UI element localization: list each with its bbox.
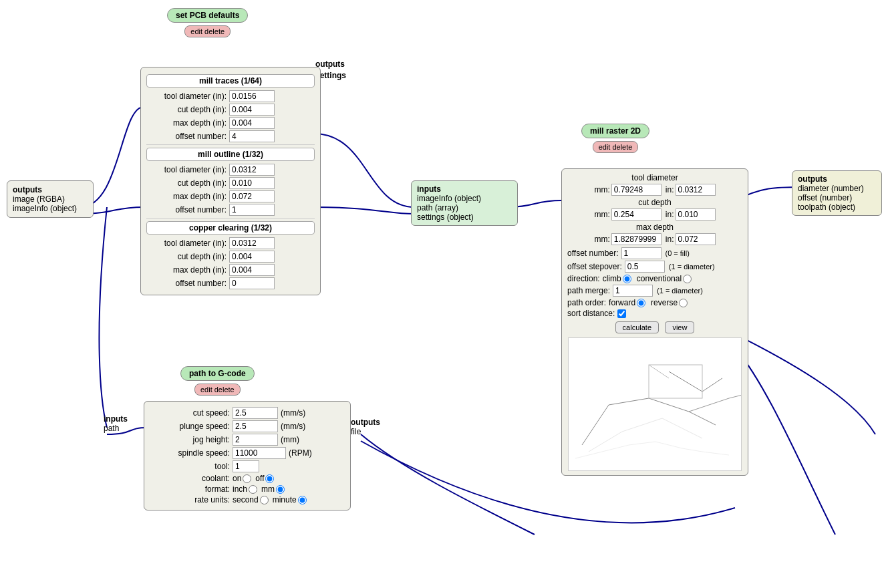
conventional-label: conventional xyxy=(637,274,682,283)
mr-mm-input[interactable] xyxy=(611,184,662,196)
mr-cut-mm-input[interactable] xyxy=(611,208,662,220)
set-pcb-defaults-edit-btn[interactable]: edit delete xyxy=(184,25,231,37)
mill-raster-header: mill raster 2D edit delete xyxy=(581,124,649,153)
mr-cut-in-input[interactable] xyxy=(676,208,716,220)
plunge-speed-label: plunge speed: xyxy=(150,422,230,431)
rate-minute-radio[interactable] xyxy=(298,496,307,504)
rate-second-radio[interactable] xyxy=(260,496,269,504)
right-outputs-label: outputs xyxy=(798,174,876,184)
mill-outline-td-input[interactable] xyxy=(229,164,275,176)
reverse-label: reverse xyxy=(651,298,678,307)
copper-cd-input[interactable] xyxy=(229,251,275,263)
forward-label: forward xyxy=(609,298,635,307)
format-label: format: xyxy=(150,484,230,494)
tool-input[interactable] xyxy=(233,460,259,472)
forward-radio[interactable] xyxy=(637,299,645,307)
mill-traces-td-input[interactable] xyxy=(229,90,275,102)
mr-max-mm-input[interactable] xyxy=(611,233,662,245)
mr-in-input[interactable] xyxy=(676,184,716,196)
calculate-btn[interactable]: calculate xyxy=(615,321,659,333)
inputs-line3: settings (object) xyxy=(417,212,512,222)
set-pcb-defaults-btn[interactable]: set PCB defaults xyxy=(167,8,248,23)
mill-traces-on-label: offset number: xyxy=(146,132,227,141)
path-gcode-node: cut speed: (mm/s) plunge speed: (mm/s) j… xyxy=(144,401,351,510)
coolant-label: coolant: xyxy=(150,474,230,483)
max-depth-header: max depth xyxy=(567,223,742,232)
copper-on-input[interactable] xyxy=(229,277,275,289)
mill-traces-md-input[interactable] xyxy=(229,117,275,129)
offset-fill-note: (0 = fill) xyxy=(666,249,690,257)
jog-height-input[interactable] xyxy=(233,434,278,446)
cut-speed-input[interactable] xyxy=(233,407,278,419)
left-outputs-line1: image (RGBA) xyxy=(13,194,88,204)
spindle-speed-label: spindle speed: xyxy=(150,448,230,458)
reverse-radio[interactable] xyxy=(679,299,688,307)
stepover-note: (1 = diameter) xyxy=(669,263,715,271)
copper-td-input[interactable] xyxy=(229,237,275,249)
right-outputs-line1: diameter (number) xyxy=(798,184,876,193)
mill-outline-title: mill outline (1/32) xyxy=(146,148,315,161)
mill-traces-on-input[interactable] xyxy=(229,130,275,142)
mill-traces-td-label: tool diameter (in): xyxy=(146,92,227,101)
copper-md-label: max depth (in): xyxy=(146,265,227,275)
copper-md-input[interactable] xyxy=(229,264,275,276)
format-mm-radio[interactable] xyxy=(276,485,285,494)
spindle-speed-unit: (RPM) xyxy=(289,448,312,458)
right-outputs-line3: toolpath (object) xyxy=(798,202,876,212)
copper-clearing-section: copper clearing (1/32) tool diameter (in… xyxy=(146,221,315,289)
jog-height-label: jog height: xyxy=(150,435,230,444)
mill-outline-cd-input[interactable] xyxy=(229,177,275,189)
mill-raster-edit-btn[interactable]: edit delete xyxy=(593,141,639,153)
gcode-inputs-label: inputs xyxy=(104,414,128,424)
coolant-off-radio[interactable] xyxy=(265,474,274,483)
left-outputs-label: outputs xyxy=(13,185,88,194)
path-merge-note: (1 = diameter) xyxy=(657,287,703,295)
mr-mm-label: mm: xyxy=(594,185,609,194)
inputs-line1: imageInfo (object) xyxy=(417,194,512,203)
mill-outline-on-input[interactable] xyxy=(229,204,275,216)
inputs-line2: path (array) xyxy=(417,203,512,212)
mill-traces-section: mill traces (1/64) tool diameter (in): c… xyxy=(146,74,315,142)
set-pcb-defaults-header: set PCB defaults edit delete xyxy=(167,8,248,37)
view-btn[interactable]: view xyxy=(665,321,694,333)
path-order-label: path order: xyxy=(567,298,606,307)
mill-outline-md-input[interactable] xyxy=(229,190,275,202)
copper-cd-label: cut depth (in): xyxy=(146,252,227,261)
right-outputs-line2: offset (number) xyxy=(798,193,876,202)
path-gcode-edit-btn[interactable]: edit delete xyxy=(194,384,241,396)
copper-td-label: tool diameter (in): xyxy=(146,239,227,248)
format-inch-radio[interactable] xyxy=(249,485,257,494)
offset-number-input[interactable] xyxy=(621,247,662,259)
rate-minute-label: minute xyxy=(273,495,297,504)
mr-cut-in-label: in: xyxy=(666,210,674,219)
sort-distance-checkbox[interactable] xyxy=(617,309,626,318)
mr-in-label: in: xyxy=(666,185,674,194)
climb-label: climb xyxy=(603,274,621,283)
rate-units-label: rate units: xyxy=(150,495,230,504)
svg-line-1 xyxy=(649,365,669,378)
mill-traces-cd-input[interactable] xyxy=(229,104,275,116)
path-gcode-title-btn[interactable]: path to G-code xyxy=(180,366,255,381)
mill-raster-node: tool diameter mm: in: cut depth mm: in: … xyxy=(561,168,748,476)
offset-stepover-label: offset stepover: xyxy=(567,262,622,271)
coolant-off-label: off xyxy=(255,474,264,483)
offset-number-label: offset number: xyxy=(567,249,619,258)
conventional-radio[interactable] xyxy=(683,275,692,283)
mr-max-in-input[interactable] xyxy=(676,233,716,245)
mill-raster-title-btn[interactable]: mill raster 2D xyxy=(581,124,649,138)
gcode-outputs-side: outputs file xyxy=(351,418,380,436)
copper-clearing-title: copper clearing (1/32) xyxy=(146,221,315,235)
path-merge-input[interactable] xyxy=(613,285,653,297)
gcode-inputs-side: inputs path xyxy=(104,414,128,433)
spindle-speed-input[interactable] xyxy=(233,447,286,459)
coolant-on-radio[interactable] xyxy=(243,474,251,483)
plunge-speed-input[interactable] xyxy=(233,420,278,432)
gcode-file-label: file xyxy=(351,427,380,436)
mill-outline-section: mill outline (1/32) tool diameter (in): … xyxy=(146,148,315,216)
tool-diameter-header: tool diameter xyxy=(567,173,742,182)
inputs-node: inputs imageInfo (object) path (array) s… xyxy=(411,180,518,226)
climb-radio[interactable] xyxy=(623,275,631,283)
offset-stepover-input[interactable] xyxy=(625,261,665,273)
raster-preview xyxy=(568,337,742,471)
mill-traces-cd-label: cut depth (in): xyxy=(146,105,227,114)
